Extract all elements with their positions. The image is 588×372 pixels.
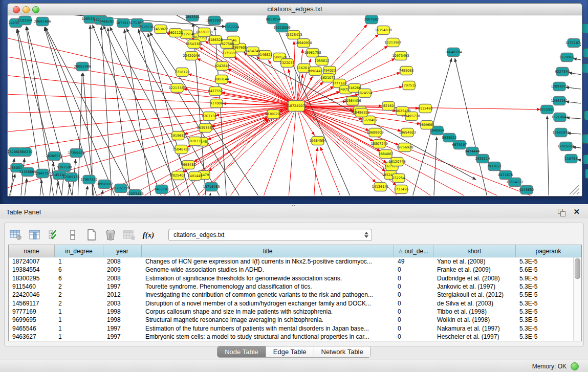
table-cell[interactable]: 18300295	[9, 275, 55, 282]
tab-node-table[interactable]: Node Table	[217, 346, 266, 357]
table-cell[interactable]: Dudbridge et al. (2008)	[433, 275, 516, 282]
graph-node[interactable]: 20691406	[34, 17, 51, 26]
graph-node[interactable]: 19495778	[403, 112, 420, 121]
graph-node[interactable]: 16033809	[206, 16, 223, 25]
graph-node[interactable]: 16120746	[388, 158, 405, 166]
graph-node[interactable]: 82160	[382, 102, 395, 111]
table-row[interactable]: 969969511998Structural magnetic resonanc…	[9, 316, 581, 324]
table-cell[interactable]: Corpus callosum shape and size in male p…	[142, 308, 394, 315]
close-panel-button[interactable]: ✕	[573, 207, 580, 216]
graph-node[interactable]: 9699695	[420, 121, 434, 129]
graph-node[interactable]: 18300295	[265, 110, 281, 119]
column-header-out_de[interactable]: △out_de...	[394, 245, 433, 257]
table-row[interactable]: 1872400712008Changes of HCN gene express…	[9, 257, 581, 266]
graph-node[interactable]: 3175685	[222, 49, 237, 58]
graph-node[interactable]: 7932621	[487, 162, 502, 171]
table-cell[interactable]: 49	[394, 258, 433, 265]
graph-node[interactable]: 10654112	[506, 178, 523, 187]
table-cell[interactable]: 9777169	[9, 308, 55, 315]
window-titlebar[interactable]: citations_edges.txt	[8, 4, 582, 15]
graph-node[interactable]: 9227343	[555, 68, 570, 76]
graph-node[interactable]: 12444151	[551, 97, 568, 105]
graph-node[interactable]: 10958187	[96, 180, 113, 189]
graph-node[interactable]: 12505135	[62, 173, 79, 182]
table-cell[interactable]: Stergiakouli et al. (2012)	[433, 291, 516, 298]
graph-node[interactable]: 1071913	[116, 19, 131, 28]
table-cell[interactable]: 1997	[103, 325, 142, 332]
graph-node[interactable]: 7955812	[315, 57, 330, 65]
graph-node[interactable]: 3824554	[358, 89, 373, 98]
table-cell[interactable]: 0	[394, 275, 433, 282]
table-row[interactable]: 946362711997Embryonic stem cells: a mode…	[9, 333, 581, 341]
table-cell[interactable]: 0	[394, 300, 433, 307]
table-cell[interactable]: 5.3E-5	[516, 258, 581, 265]
table-cell[interactable]: 2009	[103, 266, 142, 273]
table-scrollbar[interactable]	[573, 257, 581, 341]
table-cell[interactable]: 5.3E-5	[516, 308, 581, 315]
graph-node[interactable]: 9129966	[560, 53, 575, 62]
graph-node[interactable]: 18486322	[353, 108, 369, 117]
graph-node[interactable]: 2935114	[475, 155, 490, 163]
graph-node[interactable]: 19218586	[273, 24, 290, 32]
import-table-button[interactable]	[122, 228, 137, 242]
graph-node[interactable]: 2803144	[214, 75, 229, 84]
graph-node[interactable]: 16961758	[304, 49, 321, 57]
graph-node[interactable]: 8215955	[540, 105, 555, 114]
graph-node[interactable]: 116753	[565, 155, 578, 163]
graph-node[interactable]: 12942757	[34, 169, 51, 178]
graph-node[interactable]: 15751074	[565, 39, 581, 48]
graph-node[interactable]: 9990443	[308, 67, 323, 76]
table-cell[interactable]: 9465546	[9, 325, 55, 332]
graph-node[interactable]: 17957222	[80, 176, 97, 184]
graph-node[interactable]: 16543382	[185, 40, 202, 49]
graph-node[interactable]: 15046788	[172, 145, 189, 154]
table-cell[interactable]: Embryonic stem cells: a model to study s…	[142, 333, 394, 340]
graph-node[interactable]: 16648784	[445, 48, 462, 57]
graph-node[interactable]: 8601123	[168, 29, 183, 37]
graph-node[interactable]: 2087682	[364, 15, 379, 24]
table-cell[interactable]: 1998	[103, 308, 142, 315]
table-cell[interactable]: 5.9E-5	[516, 275, 581, 282]
graph-node[interactable]: 12093872	[551, 82, 568, 91]
table-cell[interactable]: 5.3E-5	[516, 333, 581, 340]
table-cell[interactable]: 0	[394, 291, 433, 298]
graph-node[interactable]: 16210643	[551, 113, 568, 122]
graph-node[interactable]: 7825402	[171, 171, 186, 180]
graph-node[interactable]: 12213383	[168, 84, 185, 93]
table-cell[interactable]: 5.3E-5	[516, 283, 581, 290]
new-table-button[interactable]	[84, 228, 99, 242]
float-panel-button[interactable]	[557, 208, 565, 216]
graph-node[interactable]: 17359924	[68, 149, 84, 158]
graph-node[interactable]: 7557224	[225, 23, 239, 32]
scrollbar-thumb[interactable]	[575, 258, 580, 279]
column-visibility-button[interactable]	[28, 228, 42, 242]
graph-node[interactable]: 9457791	[155, 185, 169, 194]
table-cell[interactable]: 0	[394, 308, 433, 315]
graph-node[interactable]: 4993483	[181, 161, 196, 169]
table-cell[interactable]: Genome-wide association studies in ADHD.	[142, 266, 394, 273]
graph-node[interactable]: 1888219	[18, 148, 33, 157]
table-cell[interactable]: 0	[394, 325, 433, 332]
table-cell[interactable]: 22420046	[9, 291, 55, 298]
table-cell[interactable]: Changes of HCN gene expression and I(f) …	[142, 258, 394, 265]
table-selector-dropdown[interactable]: citations_edges.txt	[168, 229, 372, 241]
table-cell[interactable]: Disruption of a novel member of a sodium…	[142, 300, 394, 307]
graph-node[interactable]: 20053346	[74, 62, 91, 71]
graph-node[interactable]: 8267150	[202, 112, 217, 121]
table-row[interactable]: 977716911998Corpus callosum shape and si…	[9, 308, 581, 316]
table-cell[interactable]: Wolkin et al. (1998)	[433, 316, 516, 323]
graph-node[interactable]: 18226058	[195, 28, 212, 37]
table-cell[interactable]: 2	[55, 291, 103, 298]
graph-node[interactable]: 14136141	[372, 183, 388, 191]
table-cell[interactable]: 5.6E-5	[516, 266, 581, 273]
table-cell[interactable]: 18724007	[9, 258, 55, 265]
table-cell[interactable]: Estimation of significance thresholds fo…	[142, 275, 394, 282]
table-cell[interactable]: 0	[394, 333, 433, 340]
graph-node[interactable]: 8813054	[266, 15, 281, 24]
table-cell[interactable]: 14569117	[9, 300, 55, 307]
select-rows-button[interactable]	[47, 228, 61, 242]
graph-node[interactable]: 1843301	[185, 15, 200, 21]
graph-node[interactable]: 12213967	[384, 38, 401, 47]
table-cell[interactable]: Estimation of the future numbers of pati…	[142, 325, 394, 332]
table-row[interactable]: 911546021997Tourette syndrome. Phenomeno…	[9, 282, 581, 291]
